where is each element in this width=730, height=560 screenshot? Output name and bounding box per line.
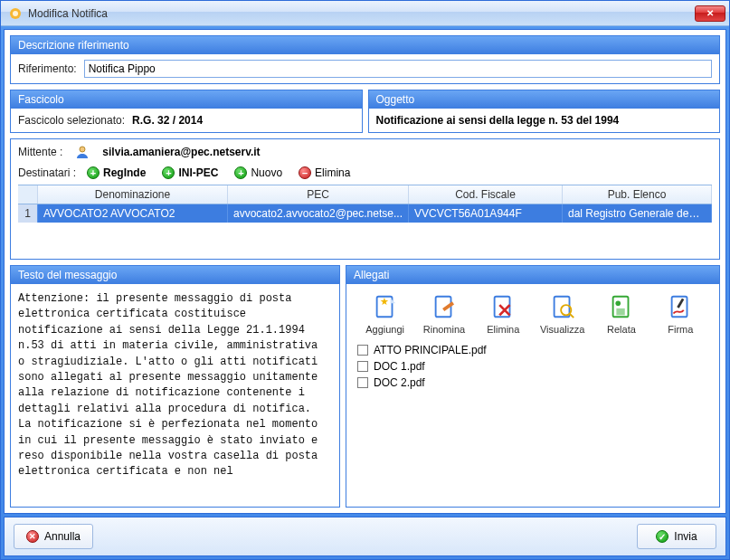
- titlebar: Modifica Notifica ✕: [1, 1, 729, 26]
- user-icon: [75, 145, 90, 159]
- row-num: 1: [18, 204, 38, 223]
- fascicolo-panel-title: Fascicolo: [11, 90, 362, 109]
- aggiungi-button[interactable]: ★ Aggiungi: [358, 293, 412, 335]
- grid-header: Denominazione PEC Cod. Fiscale Pub. Elen…: [18, 185, 712, 204]
- checkbox-icon[interactable]: [357, 345, 368, 356]
- attachment-name: DOC 1.pdf: [374, 360, 425, 373]
- grid-col-denominazione[interactable]: Denominazione: [38, 185, 228, 204]
- inipec-label: INI-PEC: [178, 166, 218, 179]
- firma-button[interactable]: Firma: [653, 293, 707, 335]
- row-codfisc: VVCVCT56A01A944F: [409, 204, 563, 223]
- attachments-panel-title: Allegati: [346, 266, 719, 284]
- attachments-panel: Allegati ★ Aggiungi Rinomina: [346, 265, 720, 508]
- view-doc-icon: [549, 293, 576, 320]
- attachment-name: DOC 2.pdf: [374, 376, 425, 389]
- elimina-recipient-button[interactable]: – Elimina: [293, 165, 356, 181]
- message-panel-title: Testo del messaggio: [11, 266, 339, 284]
- close-button[interactable]: ✕: [695, 5, 725, 22]
- grid-col-codfisc[interactable]: Cod. Fiscale: [409, 185, 563, 204]
- oggetto-panel: Oggetto Notificazione ai sensi della leg…: [368, 90, 721, 133]
- sender-email: silvia.amaniera@pec.netserv.it: [102, 146, 260, 158]
- oggetto-value: Notificazione ai sensi della legge n. 53…: [376, 114, 620, 127]
- elimina-label: Elimina: [315, 166, 350, 179]
- ok-icon: ✓: [656, 530, 668, 543]
- rinomina-label: Rinomina: [423, 324, 465, 335]
- row-denominazione: AVVOCATO2 AVVOCATO2: [38, 204, 228, 223]
- cancel-icon: ✕: [26, 530, 39, 543]
- reference-input[interactable]: [84, 60, 712, 78]
- dialog-window: Modifica Notifica ✕ Descrizione riferime…: [0, 0, 730, 560]
- rename-doc-icon: [431, 293, 458, 320]
- svg-point-13: [615, 300, 621, 306]
- list-item[interactable]: DOC 1.pdf: [357, 358, 708, 375]
- message-textarea[interactable]: Attenzione: il presente messaggio di pos…: [18, 289, 332, 501]
- recipients-panel: Mittente : silvia.amaniera@pec.netserv.i…: [10, 138, 720, 260]
- list-item[interactable]: DOC 2.pdf: [357, 375, 708, 391]
- plus-icon: +: [87, 166, 100, 179]
- rinomina-button[interactable]: Rinomina: [417, 293, 471, 335]
- reference-label: Riferimento:: [18, 62, 77, 75]
- table-row[interactable]: 1 AVVOCATO2 AVVOCATO2 avvocato2.avvocato…: [18, 204, 712, 223]
- send-button[interactable]: ✓ Invia: [637, 524, 716, 549]
- fascicolo-label: Fascicolo selezionato:: [18, 114, 125, 127]
- footer-bar: ✕ Annulla ✓ Invia: [4, 517, 726, 556]
- relata-icon: [608, 293, 635, 320]
- inipec-button[interactable]: + INI-PEC: [156, 165, 223, 181]
- attachments-list: ATTO PRINCIPALE.pdf DOC 1.pdf DOC 2.pdf: [354, 342, 712, 391]
- sender-label: Mittente :: [18, 146, 62, 158]
- grid-col-pubelenco[interactable]: Pub. Elenco: [563, 185, 712, 204]
- message-panel: Testo del messaggio Attenzione: il prese…: [10, 265, 340, 508]
- content-area: Descrizione riferimento Riferimento: Fas…: [4, 29, 726, 514]
- minus-icon: –: [299, 166, 311, 179]
- recipients-label: Destinatari :: [18, 166, 76, 179]
- cancel-button[interactable]: ✕ Annulla: [14, 524, 93, 549]
- oggetto-panel-title: Oggetto: [369, 90, 720, 109]
- attachments-toolbar: ★ Aggiungi Rinomina Elimina: [354, 289, 712, 342]
- reference-panel: Descrizione riferimento Riferimento:: [10, 35, 720, 84]
- add-doc-icon: ★: [372, 293, 399, 320]
- recipients-grid: Denominazione PEC Cod. Fiscale Pub. Elen…: [18, 185, 712, 259]
- fascicolo-value: R.G. 32 / 2014: [132, 114, 203, 127]
- nuovo-label: Nuovo: [251, 166, 282, 179]
- svg-point-1: [13, 11, 18, 16]
- reference-panel-title: Descrizione riferimento: [11, 36, 719, 54]
- reginde-button[interactable]: + RegInde: [81, 165, 151, 181]
- checkbox-icon[interactable]: [357, 361, 368, 372]
- grid-col-num: [18, 185, 38, 204]
- attachment-name: ATTO PRINCIPALE.pdf: [374, 344, 487, 356]
- row-pec: avvocato2.avvocato2@pec.netse...: [228, 204, 409, 223]
- svg-point-2: [80, 147, 85, 152]
- fascicolo-panel: Fascicolo Fascicolo selezionato: R.G. 32…: [10, 90, 363, 133]
- visualizza-button[interactable]: Visualizza: [536, 293, 590, 335]
- grid-col-pec[interactable]: PEC: [228, 185, 409, 204]
- nuovo-button[interactable]: + Nuovo: [229, 165, 288, 181]
- send-label: Invia: [674, 530, 697, 543]
- plus-icon: +: [162, 166, 175, 179]
- cancel-label: Annulla: [44, 530, 81, 543]
- list-item[interactable]: ATTO PRINCIPALE.pdf: [357, 342, 708, 358]
- sign-doc-icon: [667, 293, 694, 320]
- app-icon: [8, 6, 23, 21]
- visualizza-label: Visualizza: [540, 324, 584, 335]
- svg-text:★: ★: [380, 296, 389, 307]
- reginde-label: RegInde: [103, 166, 146, 179]
- row-pubelenco: dal Registro Generale degli Indiriz...: [563, 204, 712, 223]
- grid-body: 1 AVVOCATO2 AVVOCATO2 avvocato2.avvocato…: [18, 204, 712, 259]
- checkbox-icon[interactable]: [357, 377, 368, 388]
- aggiungi-label: Aggiungi: [365, 324, 404, 335]
- delete-doc-icon: [489, 293, 517, 320]
- relata-label: Relata: [607, 324, 636, 335]
- plus-icon: +: [234, 166, 247, 179]
- svg-rect-14: [616, 308, 624, 316]
- firma-label: Firma: [668, 324, 693, 335]
- relata-button[interactable]: Relata: [594, 293, 649, 335]
- elimina-attach-label: Elimina: [487, 324, 519, 335]
- window-title: Modifica Notifica: [28, 7, 695, 20]
- elimina-attach-button[interactable]: Elimina: [476, 293, 530, 335]
